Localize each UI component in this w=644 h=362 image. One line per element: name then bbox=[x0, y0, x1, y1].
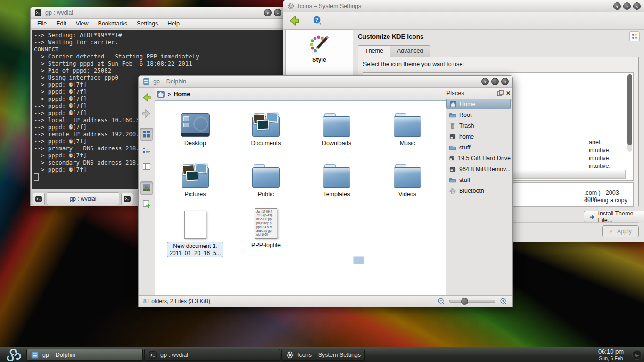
system-tray bbox=[512, 350, 589, 359]
menu-item[interactable]: File bbox=[37, 20, 47, 27]
places-item[interactable]: stuff bbox=[446, 142, 511, 153]
zoom-out-icon[interactable] bbox=[437, 297, 446, 305]
zoom-slider[interactable] bbox=[449, 300, 495, 303]
icons-view-button[interactable] bbox=[140, 128, 153, 141]
plain-folder-icon bbox=[323, 106, 350, 137]
maximize-button[interactable]: ▪ bbox=[491, 78, 499, 85]
minimize-button[interactable]: ▾ bbox=[613, 2, 621, 10]
zoom-in-icon[interactable] bbox=[499, 297, 508, 305]
close-tab-button[interactable] bbox=[121, 193, 133, 205]
desktop-folder-icon bbox=[181, 106, 210, 137]
dolphin-icon bbox=[31, 351, 39, 359]
terminal-titlebar[interactable]: gp : wvdial ▾ ▪ bbox=[31, 7, 285, 19]
scrollbar-thumb[interactable] bbox=[627, 74, 632, 145]
breadcrumb-home[interactable]: Home bbox=[173, 91, 190, 98]
folder-label: Public bbox=[258, 191, 274, 197]
back-icon[interactable] bbox=[288, 15, 300, 27]
blank-document-icon bbox=[184, 207, 206, 239]
details-view-button[interactable] bbox=[140, 144, 153, 157]
tab-advanced[interactable]: Advanced bbox=[390, 45, 430, 57]
places-item[interactable]: Bluetooth bbox=[446, 185, 511, 196]
menu-item[interactable]: Edit bbox=[56, 20, 66, 27]
terminal-menubar: FileEditViewBookmarksSettingsHelp bbox=[31, 19, 285, 29]
terminal-line: --> Sending: ATDT*99***1# bbox=[34, 32, 284, 39]
list-scrollbar[interactable] bbox=[627, 74, 632, 152]
taskbar-task[interactable]: gp : wvdial bbox=[144, 349, 280, 361]
columns-view-button[interactable] bbox=[140, 160, 153, 173]
terminal-line: --> Pid of pppd: 25082 bbox=[34, 67, 284, 74]
help-icon[interactable]: ? bbox=[312, 16, 322, 26]
maximize-button[interactable]: ▪ bbox=[274, 9, 281, 16]
folder-item[interactable]: Desktop bbox=[161, 106, 230, 147]
new-tab-button[interactable] bbox=[33, 193, 45, 205]
back-button[interactable] bbox=[140, 91, 153, 104]
home-folder-icon[interactable] bbox=[157, 90, 165, 99]
dolphin-titlebar[interactable]: gp – Dolphin ▾ ▪ × bbox=[139, 76, 512, 88]
minimize-button[interactable]: ▾ bbox=[481, 78, 489, 85]
folder-label: Desktop bbox=[184, 140, 206, 147]
terminal-line: --> Starting pppd at Sun Feb 6 18:08:22 … bbox=[34, 60, 284, 67]
places-item[interactable]: 19.5 GiB Hard Drive bbox=[446, 153, 511, 164]
taskbar-task[interactable]: gp – Dolphin bbox=[26, 349, 143, 361]
close-panel-icon[interactable]: ✕ bbox=[506, 90, 511, 97]
forward-button[interactable] bbox=[140, 107, 153, 120]
taskbar-task[interactable]: Icons – System Settings bbox=[281, 349, 365, 361]
install-theme-button[interactable]: Install Theme File... bbox=[584, 211, 644, 222]
file-item-new-document[interactable]: New document 1. 2011_01_20_16_5... bbox=[161, 207, 230, 257]
settings-titlebar[interactable]: Icons – System Settings ▾ ▪ × bbox=[283, 0, 644, 12]
places-item[interactable]: stuff bbox=[446, 174, 511, 185]
folder-item[interactable]: Pictures bbox=[161, 156, 230, 197]
folder-label: Downloads bbox=[322, 140, 351, 147]
dolphin-file-view[interactable]: Desktop Documents Downloads bbox=[155, 100, 446, 295]
folder-item[interactable]: Templates bbox=[302, 156, 371, 197]
apply-button[interactable]: ✓ Apply bbox=[602, 225, 639, 237]
preview-text-line: ire-5738 pp bbox=[256, 217, 276, 221]
preview-text-line: arted by gp bbox=[256, 229, 276, 233]
columns-view-icon bbox=[142, 162, 151, 171]
places-item[interactable]: 964.8 MiB Remov... bbox=[446, 164, 511, 174]
folder-item[interactable]: Music bbox=[373, 106, 442, 147]
settings-title: Icons – System Settings bbox=[298, 3, 361, 9]
preview-text-line: ppd 2.4.5 st bbox=[256, 225, 276, 229]
folder-item[interactable]: Documents bbox=[231, 106, 300, 147]
folder-label: Music bbox=[400, 140, 415, 147]
places-item[interactable]: Trash bbox=[446, 120, 511, 131]
text-preview-icon: Jan 17 09:47:18 gp-Aspire-5738 pppd[1946… bbox=[255, 207, 277, 239]
terminal-tab[interactable]: gp : wvdial bbox=[47, 192, 119, 205]
preview-text-line: pd[1946]: p bbox=[256, 222, 276, 225]
file-item-ppp-logfile[interactable]: Jan 17 09:47:18 gp-Aspire-5738 pppd[1946… bbox=[231, 207, 300, 248]
minimize-button[interactable]: ▾ bbox=[264, 9, 272, 16]
preview-text-line: 7:18 gp-Asp bbox=[256, 214, 276, 217]
menu-item[interactable]: View bbox=[76, 20, 89, 27]
split-view-button[interactable] bbox=[140, 197, 153, 211]
taskbar: gp – Dolphin gp : wvdial Icons – System … bbox=[0, 347, 644, 362]
style-icon bbox=[309, 34, 330, 55]
detach-panel-icon[interactable] bbox=[496, 90, 504, 97]
folder-item[interactable]: Videos bbox=[373, 156, 442, 197]
dolphin-icon bbox=[142, 78, 150, 85]
clock[interactable]: 06:10 pm Sun, 6 Feb bbox=[594, 348, 628, 361]
menu-item[interactable]: Bookmarks bbox=[98, 20, 128, 27]
plain-folder-icon bbox=[394, 156, 421, 188]
close-button[interactable]: × bbox=[633, 2, 641, 10]
menu-item[interactable]: Settings bbox=[137, 20, 158, 27]
folder-item[interactable]: Downloads bbox=[302, 106, 371, 147]
zoom-slider-handle[interactable] bbox=[461, 298, 468, 305]
panel-toolbox-cashew[interactable] bbox=[630, 347, 644, 362]
theme-list-text-fragments: anel.intuitive.intuitive.intuitive. bbox=[589, 139, 611, 170]
folder-icon bbox=[449, 111, 456, 119]
folder-label: Templates bbox=[323, 191, 350, 197]
app-launcher-button[interactable] bbox=[0, 347, 26, 362]
close-button[interactable]: × bbox=[501, 78, 509, 85]
places-item[interactable]: Home bbox=[446, 99, 511, 109]
folder-item[interactable]: Public bbox=[231, 156, 300, 197]
places-item[interactable]: home bbox=[446, 131, 511, 142]
places-item[interactable]: Root bbox=[446, 109, 511, 120]
sidebar-item-style[interactable]: Style bbox=[286, 30, 353, 67]
maximize-button[interactable]: ▪ bbox=[623, 2, 631, 10]
preview-button[interactable] bbox=[140, 181, 153, 195]
tab-theme[interactable]: Theme bbox=[358, 45, 390, 57]
menu-item[interactable]: Help bbox=[167, 20, 180, 27]
settings-toolbar: ? bbox=[283, 12, 644, 30]
overview-grid-icon[interactable] bbox=[629, 31, 640, 41]
